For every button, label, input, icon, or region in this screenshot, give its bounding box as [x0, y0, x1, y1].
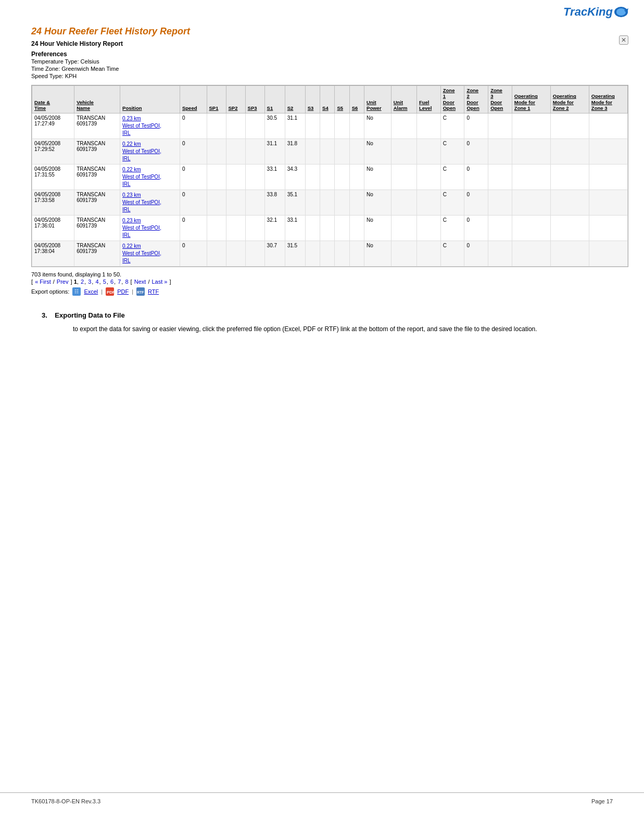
excel-link[interactable]: Excel — [84, 288, 98, 295]
position-link[interactable]: 0.22 kmWest of TestPOI,IRL — [122, 166, 178, 188]
position-link[interactable]: 0.23 kmWest of TestPOI,IRL — [122, 115, 178, 137]
position-link[interactable]: 0.22 kmWest of TestPOI,IRL — [122, 243, 178, 264]
td-s6 — [349, 215, 364, 241]
position-link[interactable]: 0.23 kmWest of TestPOI,IRL — [122, 217, 178, 239]
td-op-zone2 — [550, 138, 589, 164]
td-op-zone1 — [512, 113, 550, 138]
td-s4 — [320, 215, 335, 241]
page-4-link[interactable]: 4 — [95, 279, 98, 285]
td-unit-power: No — [364, 113, 392, 138]
td-sp3 — [245, 215, 264, 241]
td-s1: 33.8 — [264, 190, 285, 215]
export-area: Export options: ☷ Excel | PDF PDF | RTF … — [31, 287, 628, 296]
td-speed: 0 — [180, 215, 207, 241]
td-zone2-door: 0 — [464, 138, 488, 164]
td-op-zone3 — [589, 241, 627, 266]
page-2-link[interactable]: 2 — [81, 279, 84, 285]
td-zone3-door — [488, 241, 512, 266]
table-row: 04/05/200817:29:52TRANSCAN60917390.22 km… — [32, 138, 628, 164]
td-sp3 — [245, 190, 264, 215]
page-5-link[interactable]: 5 — [103, 279, 106, 285]
td-s5 — [335, 113, 349, 138]
td-s2: 35.1 — [285, 190, 305, 215]
td-unit-alarm — [391, 138, 416, 164]
td-s3 — [305, 113, 320, 138]
th-s1: S1 — [264, 86, 285, 113]
footer-left: TK60178-8-OP-EN Rev.3.3 — [31, 798, 100, 804]
logo-area: TracKing — [563, 5, 628, 19]
rtf-link[interactable]: RTF — [148, 288, 159, 295]
sub-title: 24 Hour Vehicle History Report — [31, 40, 628, 47]
td-s6 — [349, 113, 364, 138]
td-s5 — [335, 138, 349, 164]
logo-text: TracKing — [563, 5, 613, 19]
th-s5: S5 — [335, 86, 349, 113]
td-op-zone1 — [512, 164, 550, 190]
rtf-icon: RTF — [136, 287, 145, 296]
td-unit-alarm — [391, 164, 416, 190]
prev-link[interactable]: Prev — [57, 279, 69, 285]
td-position: 0.22 kmWest of TestPOI,IRL — [120, 241, 180, 266]
td-zone3-door — [488, 138, 512, 164]
td-fuel-level — [416, 164, 440, 190]
td-fuel-level — [416, 215, 440, 241]
td-sp1 — [207, 190, 226, 215]
td-op-zone3 — [589, 113, 627, 138]
td-unit-alarm — [391, 190, 416, 215]
svg-text:PDF: PDF — [107, 290, 114, 295]
td-op-zone2 — [550, 113, 589, 138]
td-unit-alarm — [391, 215, 416, 241]
svg-point-1 — [616, 8, 626, 16]
td-zone1-door: C — [440, 215, 464, 241]
export-label: Export options: — [31, 288, 69, 295]
pdf-icon: PDF — [106, 287, 114, 296]
td-s3 — [305, 190, 320, 215]
position-link[interactable]: 0.23 kmWest of TestPOI,IRL — [122, 192, 178, 213]
page-3-link[interactable]: 3 — [88, 279, 91, 285]
pref-temp: Temperature Type: Celsius — [31, 58, 99, 65]
td-position: 0.22 kmWest of TestPOI,IRL — [120, 164, 180, 190]
td-zone2-door: 0 — [464, 241, 488, 266]
td-s2: 31.5 — [285, 241, 305, 266]
td-datetime: 04/05/200817:31:55 — [32, 164, 74, 190]
first-link[interactable]: « First — [35, 279, 51, 285]
td-zone1-door: C — [440, 113, 464, 138]
td-sp2 — [226, 164, 245, 190]
last-link[interactable]: Last » — [152, 279, 168, 285]
pagination-area: 703 items found, displaying 1 to 50. [ «… — [31, 271, 628, 285]
next-link[interactable]: Next — [134, 279, 146, 285]
td-s4 — [320, 241, 335, 266]
td-zone1-door: C — [440, 241, 464, 266]
table-row: 04/05/200817:33:58TRANSCAN60917390.23 km… — [32, 190, 628, 215]
td-op-zone1 — [512, 138, 550, 164]
td-s1: 32.1 — [264, 215, 285, 241]
td-s5 — [335, 190, 349, 215]
td-vehicle: TRANSCAN6091739 — [74, 241, 120, 266]
separator-2: | — [132, 288, 133, 295]
td-s3 — [305, 241, 320, 266]
td-vehicle: TRANSCAN6091739 — [74, 164, 120, 190]
td-s4 — [320, 113, 335, 138]
th-unit-power: UnitPower — [364, 86, 392, 113]
pagination-nav[interactable]: [ « First / Prev ] 1, 2, 3, 4, 5, 6, 7, … — [31, 279, 628, 285]
page-7-link[interactable]: 7 — [118, 279, 121, 285]
td-sp2 — [226, 113, 245, 138]
td-op-zone3 — [589, 138, 627, 164]
td-zone2-door: 0 — [464, 215, 488, 241]
th-s3: S3 — [305, 86, 320, 113]
td-s3 — [305, 164, 320, 190]
td-op-zone1 — [512, 215, 550, 241]
th-zone3-door: Zone3DoorOpen — [488, 86, 512, 113]
page-8-link[interactable]: 8 — [125, 279, 128, 285]
pref-timezone: Time Zone: Greenwich Mean Time — [31, 66, 119, 72]
td-zone1-door: C — [440, 190, 464, 215]
page-6-link[interactable]: 6 — [110, 279, 113, 285]
th-s4: S4 — [320, 86, 335, 113]
preferences-label: Preferences — [31, 51, 67, 58]
position-link[interactable]: 0.22 kmWest of TestPOI,IRL — [122, 141, 178, 162]
pdf-link[interactable]: PDF — [117, 288, 129, 295]
close-button[interactable]: ✕ — [619, 35, 628, 45]
td-op-zone1 — [512, 190, 550, 215]
td-sp2 — [226, 215, 245, 241]
td-zone2-door: 0 — [464, 113, 488, 138]
